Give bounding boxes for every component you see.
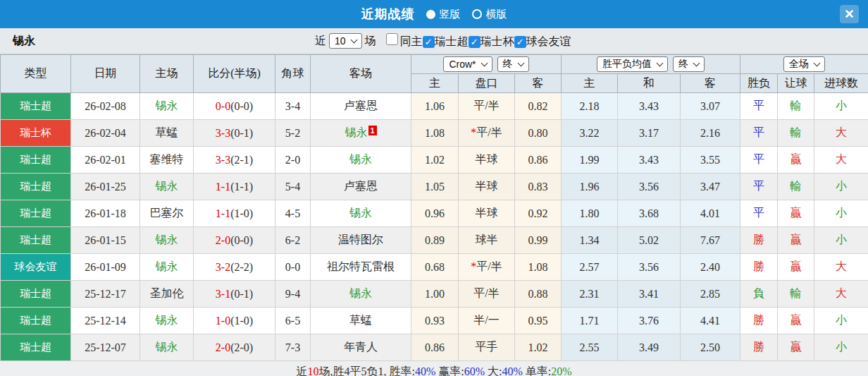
result-handicap: 輸: [778, 120, 814, 147]
result-handicap: 贏: [778, 334, 814, 361]
col-away: 客场: [311, 55, 411, 93]
filter-label[interactable]: 同主: [400, 35, 423, 47]
handicap: 半球: [459, 200, 515, 227]
radio-selected-icon[interactable]: [426, 10, 435, 19]
avg-home: 1.34: [562, 227, 618, 254]
handicap: *平/半: [459, 254, 515, 281]
halftime-score: (0-0): [230, 234, 253, 246]
summary-segment: 大:: [485, 365, 502, 376]
corners: 2-0: [275, 147, 311, 174]
filter-label[interactable]: 瑞士杯: [480, 35, 514, 47]
match-date: 25-12-14: [71, 308, 140, 334]
subcol-handicap-result: 让球: [778, 74, 814, 93]
odds-away: 0.92: [515, 200, 562, 227]
corners: 9-4: [275, 281, 311, 308]
odds-home: 1.08: [411, 120, 459, 147]
chevron-down-icon: [657, 60, 664, 67]
checkbox-unchecked-icon[interactable]: [386, 33, 398, 45]
match-count-value: 10: [335, 35, 346, 47]
corners: 3-4: [275, 93, 311, 120]
match-date: 25-12-07: [71, 334, 140, 361]
odds-away: 0.95: [515, 308, 562, 334]
result-handicap: 輸: [778, 93, 814, 120]
scope-select[interactable]: 全场: [783, 56, 825, 72]
result-handicap: 輸: [778, 281, 814, 308]
team-name: 锡永: [13, 34, 35, 49]
score: 1-1(1-0): [194, 200, 275, 227]
result-handicap: 贏: [778, 254, 814, 281]
match-date: 25-12-17: [71, 281, 140, 308]
avg-group-header: 胜平负均值 终: [562, 55, 740, 74]
home-team: 巴塞尔: [140, 200, 194, 227]
score: 1-1(1-1): [194, 174, 275, 200]
odds-time-select[interactable]: 终: [497, 56, 529, 72]
col-date: 日期: [71, 55, 140, 93]
handicap: 平手: [459, 334, 515, 361]
checkbox-checked-icon[interactable]: ✓: [514, 36, 526, 48]
subcol-odds-home: 主: [411, 74, 459, 93]
avg-away: 2.16: [681, 120, 740, 147]
filter-controls: 近 10 场 同主✓瑞士超✓瑞士杯✓球会友谊: [312, 33, 571, 49]
table-row: 瑞士超25-12-14锡永1-0(1-0)6-5草蜢0.93半/一0.951.7…: [1, 308, 868, 334]
match-count-select[interactable]: 10: [329, 33, 362, 49]
avg-home: 2.55: [562, 334, 618, 361]
home-team: 锡永: [140, 254, 194, 281]
match-type-badge: 瑞士超: [1, 93, 71, 120]
odds-home: 0.96: [411, 200, 459, 227]
radio-unselected-icon[interactable]: [472, 9, 482, 19]
close-button[interactable]: ×: [840, 5, 859, 23]
bookmaker-select[interactable]: Crow*: [443, 56, 492, 72]
avg-draw: 3.43: [618, 147, 681, 174]
avg-away: 3.07: [681, 93, 740, 120]
subcol-odds-away: 客: [515, 74, 562, 93]
table-row: 瑞士杯26-02-04草蜢3-3(0-1)5-2锡永11.08*平/半0.803…: [1, 120, 868, 147]
result-handicap: 輸: [778, 174, 814, 200]
avg-draw: 3.68: [618, 200, 681, 227]
summary-segment: 10: [307, 365, 318, 376]
avg-draw: 3.41: [618, 281, 681, 308]
subcol-goals: 进球数: [814, 74, 868, 93]
corners: 5-2: [275, 120, 311, 147]
checkbox-checked-icon[interactable]: ✓: [423, 36, 435, 48]
halftime-score: (1-0): [230, 207, 253, 219]
avg-time-select[interactable]: 终: [673, 56, 705, 72]
checkbox-checked-icon[interactable]: ✓: [469, 36, 480, 48]
radio-horizontal-layout[interactable]: 横版: [472, 8, 507, 21]
col-type: 类型: [1, 55, 71, 93]
handicap: 半/一: [459, 308, 515, 334]
filter-bar: 锡永 近 10 场 同主✓瑞士超✓瑞士杯✓球会友谊: [0, 28, 868, 54]
result-wdl: 平: [740, 93, 778, 120]
corners: 6-2: [275, 227, 311, 254]
match-type-badge: 球会友谊: [1, 254, 71, 281]
avg-home: 2.57: [562, 254, 618, 281]
table-row: 瑞士超26-02-08锡永0-0(0-0)3-4卢塞恩1.06平/半0.822.…: [1, 93, 868, 120]
summary-segment: 40%: [415, 365, 435, 376]
match-type-badge: 瑞士超: [1, 200, 71, 227]
score: 0-0(0-0): [194, 93, 275, 120]
match-type-badge: 瑞士超: [1, 281, 71, 308]
odds-home: 1.00: [411, 281, 459, 308]
result-handicap: 贏: [778, 200, 814, 227]
score: 3-1(0-1): [194, 281, 275, 308]
corners: 6-5: [275, 308, 311, 334]
home-team: 锡永: [140, 308, 194, 334]
away-team: 祖尔特瓦雷根: [311, 254, 411, 281]
chevron-down-icon: [693, 60, 700, 67]
match-date: 26-02-08: [71, 93, 140, 120]
radio-vertical-layout[interactable]: 竖版: [426, 8, 461, 21]
avg-home: 1.99: [562, 147, 618, 174]
summary-segment: 单率:: [523, 365, 551, 376]
filter-label[interactable]: 瑞士超: [435, 35, 469, 47]
filter-label[interactable]: 球会友谊: [526, 35, 571, 47]
fulltime-score: 3-3: [216, 127, 230, 139]
scope-group-header: 全场: [740, 55, 868, 74]
page-title: 近期战绩: [361, 6, 415, 23]
avg-away: 4.41: [681, 308, 740, 334]
avg-away: 7.67: [681, 227, 740, 254]
avg-select[interactable]: 胜平负均值: [597, 56, 668, 72]
avg-time-value: 终: [678, 58, 688, 71]
result-goals: 大: [814, 147, 868, 174]
summary-segment: 60%: [464, 365, 485, 376]
summary-line: 近10场,胜4平5负1, 胜率:40% 赢率:60% 大:40% 单率:20%: [0, 361, 868, 376]
handicap: 半球: [459, 174, 515, 200]
